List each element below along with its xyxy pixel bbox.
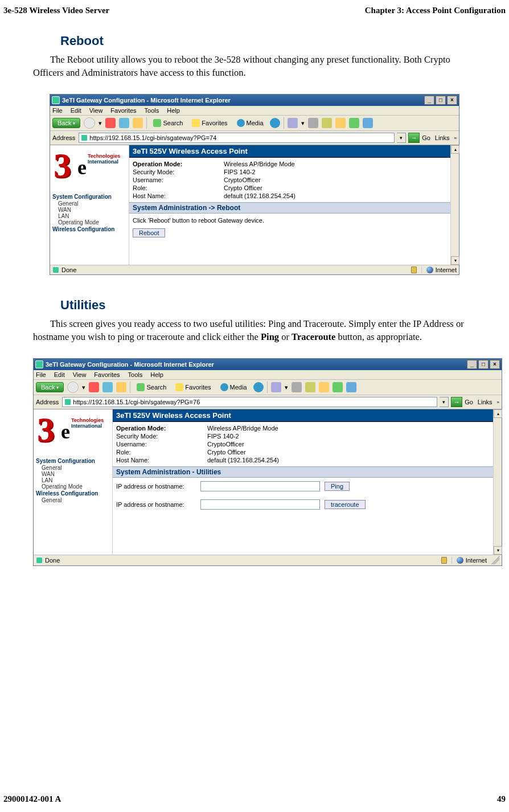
- maximize-button[interactable]: □: [478, 360, 489, 369]
- search-button[interactable]: Search: [150, 118, 186, 128]
- minimize-button[interactable]: _: [424, 96, 434, 105]
- traceroute-button[interactable]: traceroute: [325, 500, 366, 509]
- links-label[interactable]: Links: [433, 134, 452, 141]
- back-button[interactable]: Back ▾: [52, 118, 80, 128]
- menu-help[interactable]: Help: [150, 371, 163, 378]
- menu-file[interactable]: File: [36, 371, 46, 378]
- links-label[interactable]: Links: [475, 399, 495, 405]
- device-info: Operation Mode:Wireless AP/Bridge Mode S…: [113, 422, 502, 466]
- sidebar-item-general[interactable]: General: [36, 465, 112, 471]
- mail-icon[interactable]: [271, 382, 281, 392]
- edit-icon[interactable]: [305, 382, 315, 392]
- menu-edit[interactable]: Edit: [71, 107, 81, 114]
- scroll-down-icon[interactable]: ▾: [494, 546, 502, 555]
- ping-input[interactable]: [200, 481, 320, 491]
- url-text: https://192.168.15.1/cgi-bin/sgateway?PG…: [89, 134, 216, 141]
- history-icon[interactable]: [270, 118, 280, 128]
- sidebar-item-wan[interactable]: WAN: [52, 207, 129, 213]
- menu-edit[interactable]: Edit: [54, 371, 65, 378]
- go-button[interactable]: →: [408, 133, 420, 143]
- ping-label: IP address or hostname:: [116, 483, 196, 490]
- sidebar-item-lan[interactable]: LAN: [36, 477, 112, 483]
- discuss-icon[interactable]: [349, 118, 359, 128]
- traceroute-input[interactable]: [200, 499, 320, 510]
- menu-file[interactable]: File: [52, 107, 63, 114]
- info-role-label: Role:: [133, 184, 224, 191]
- done-icon: [36, 557, 43, 564]
- stop-icon[interactable]: [105, 118, 116, 128]
- info-opmode-label: Operation Mode:: [133, 161, 224, 167]
- search-button[interactable]: Search: [134, 382, 169, 392]
- ie-logo-icon: [52, 96, 60, 104]
- traceroute-label: IP address or hostname:: [116, 501, 196, 508]
- resize-grip-icon[interactable]: [491, 556, 499, 564]
- address-dropdown[interactable]: ▾: [440, 397, 449, 407]
- media-button[interactable]: Media: [234, 118, 266, 128]
- history-icon[interactable]: [253, 382, 264, 392]
- refresh-icon[interactable]: [119, 118, 129, 128]
- menu-view[interactable]: View: [89, 107, 103, 114]
- menu-favorites[interactable]: Favorites: [110, 107, 136, 114]
- sidebar-group-wireless[interactable]: Wireless Configuration: [52, 225, 129, 233]
- sidebar-item-wan[interactable]: WAN: [36, 471, 112, 477]
- sidebar-item-lan[interactable]: LAN: [52, 213, 129, 219]
- info-sec-label: Security Mode:: [116, 433, 207, 440]
- maximize-button[interactable]: □: [436, 96, 446, 105]
- page-icon: [81, 134, 88, 141]
- address-input[interactable]: https://192.168.15.1/cgi-bin/sgateway?PG…: [62, 397, 437, 407]
- forward-button[interactable]: [67, 382, 79, 393]
- address-label: Address: [52, 134, 76, 141]
- home-icon[interactable]: [133, 118, 143, 128]
- reboot-button[interactable]: Reboot: [133, 228, 165, 237]
- sidebar-item-opmode[interactable]: Operating Mode: [36, 483, 112, 490]
- close-button[interactable]: ×: [490, 360, 500, 369]
- globe-icon: [426, 266, 433, 273]
- sidebar-group-wireless[interactable]: Wireless Configuration: [36, 490, 112, 497]
- folder-icon[interactable]: [319, 382, 329, 392]
- stop-icon[interactable]: [89, 382, 99, 392]
- menu-tools[interactable]: Tools: [145, 107, 159, 114]
- go-button[interactable]: →: [451, 397, 462, 407]
- discuss-icon[interactable]: [333, 382, 343, 392]
- mail-icon[interactable]: [288, 118, 298, 128]
- edit-icon[interactable]: [322, 118, 332, 128]
- messenger-icon[interactable]: [363, 118, 373, 128]
- minimize-button[interactable]: _: [467, 360, 477, 369]
- media-button[interactable]: Media: [217, 382, 250, 392]
- forward-button[interactable]: [84, 117, 95, 129]
- menu-view[interactable]: View: [73, 371, 87, 378]
- vertical-scrollbar[interactable]: ▴ ▾: [493, 409, 502, 555]
- home-icon[interactable]: [116, 382, 126, 392]
- menu-favorites[interactable]: Favorites: [94, 371, 120, 378]
- close-button[interactable]: ×: [447, 96, 457, 105]
- scroll-up-icon[interactable]: ▴: [451, 145, 459, 154]
- menu-help[interactable]: Help: [167, 107, 180, 114]
- scroll-up-icon[interactable]: ▴: [494, 409, 502, 418]
- sidebar-item-general[interactable]: General: [52, 200, 129, 207]
- sidebar-item-opmode[interactable]: Operating Mode: [52, 219, 129, 225]
- status-done: Done: [45, 557, 60, 564]
- sidebar-group-system[interactable]: System Configuration: [52, 193, 129, 200]
- back-button[interactable]: Back ▾: [36, 382, 64, 392]
- folder-icon[interactable]: [335, 118, 346, 128]
- favorites-button[interactable]: Favorites: [189, 118, 230, 128]
- info-role-value: Crypto Officer: [224, 184, 455, 191]
- utilities-panel: IP address or hostname: Ping IP address …: [113, 478, 502, 521]
- address-input[interactable]: https://192.168.15.1/cgi-bin/sgateway?PG…: [79, 133, 395, 143]
- refresh-icon[interactable]: [102, 382, 113, 392]
- favorites-button[interactable]: Favorites: [173, 382, 214, 392]
- menu-tools[interactable]: Tools: [128, 371, 143, 378]
- sidebar-item-wireless-general[interactable]: General: [36, 497, 112, 503]
- section-utilities-para: This screen gives you ready access to tw…: [33, 317, 476, 343]
- scroll-down-icon[interactable]: ▾: [451, 256, 459, 265]
- info-opmode-value: Wireless AP/Bridge Mode: [207, 425, 498, 432]
- print-icon[interactable]: [292, 382, 302, 392]
- address-dropdown[interactable]: ▾: [397, 133, 406, 143]
- info-user-value: CryptoOfficer: [207, 441, 498, 448]
- ping-button[interactable]: Ping: [325, 482, 350, 491]
- messenger-icon[interactable]: [346, 382, 356, 392]
- vertical-scrollbar[interactable]: ▴ ▾: [450, 145, 459, 265]
- go-label: Go: [422, 134, 430, 141]
- sidebar-group-system[interactable]: System Configuration: [36, 457, 112, 465]
- print-icon[interactable]: [308, 118, 318, 128]
